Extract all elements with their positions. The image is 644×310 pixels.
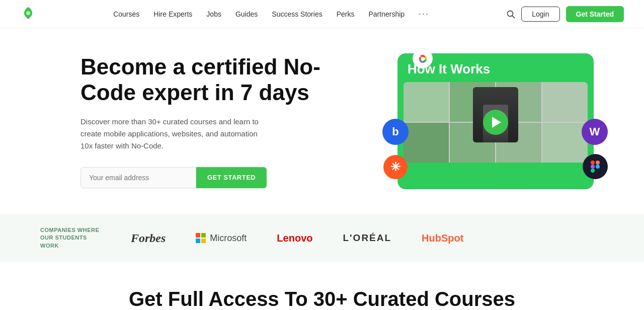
microsoft-text: Microsoft	[210, 233, 247, 244]
nav-courses[interactable]: Courses	[113, 10, 139, 18]
nav-jobs[interactable]: Jobs	[206, 10, 221, 18]
get-started-nav-button[interactable]: Get Started	[566, 6, 624, 22]
navbar: Courses Hire Experts Jobs Guides Success…	[0, 0, 644, 28]
search-button[interactable]	[506, 10, 515, 19]
svg-point-0	[26, 11, 30, 15]
svg-rect-6	[596, 165, 600, 169]
svg-rect-4	[596, 161, 600, 165]
play-icon	[492, 117, 501, 128]
hero-section: Become a certified No-Code expert in 7 d…	[0, 28, 644, 214]
brand-logo[interactable]	[20, 5, 36, 23]
bubble-figma-icon	[583, 154, 608, 179]
company-logos: Forbes Microsoft Lenovo L'ORÉAL HubSpot	[131, 231, 604, 245]
forbes-logo: Forbes	[131, 231, 166, 245]
microsoft-logo: Microsoft	[196, 233, 247, 244]
loreal-logo: L'ORÉAL	[343, 232, 391, 244]
svg-rect-3	[591, 161, 595, 165]
courses-section-title: Get Full Access To 30+ Curated Courses	[40, 287, 604, 310]
bubble-asterisk-icon: ✳	[383, 155, 408, 179]
hero-video-area: How It Works	[397, 53, 594, 189]
nav-links: Courses Hire Experts Jobs Guides Success…	[113, 9, 429, 19]
bubble-google-icon	[413, 48, 433, 68]
nav-perks[interactable]: Perks	[337, 10, 355, 18]
hero-subtitle: Discover more than 30+ curated courses a…	[80, 116, 267, 152]
hubspot-logo: HubSpot	[422, 232, 463, 244]
nav-partnership[interactable]: Partnership	[368, 10, 405, 18]
video-card[interactable]: How It Works	[397, 53, 594, 189]
companies-bar: COMPANIES WHERE OUR STUDENTS WORK Forbes…	[0, 214, 644, 262]
video-cell-5	[404, 123, 449, 163]
video-cell-1	[404, 82, 449, 122]
nav-success-stories[interactable]: Success Stories	[272, 10, 322, 18]
hero-form: GET STARTED	[80, 167, 322, 188]
email-input[interactable]	[80, 167, 196, 188]
nav-hire-experts[interactable]: Hire Experts	[153, 10, 192, 18]
hero-left: Become a certified No-Code expert in 7 d…	[80, 54, 322, 188]
search-icon	[506, 10, 515, 19]
nav-actions: Login Get Started	[506, 6, 624, 22]
bubble-w-icon: W	[582, 119, 608, 145]
svg-rect-5	[591, 165, 595, 169]
login-button[interactable]: Login	[521, 7, 559, 22]
hero-cta-button[interactable]: GET STARTED	[196, 167, 267, 188]
video-cell-4	[542, 82, 588, 122]
courses-section: Get Full Access To 30+ Curated Courses	[0, 262, 644, 310]
play-button[interactable]	[483, 110, 508, 135]
video-cell-8	[542, 123, 588, 163]
nav-more-button[interactable]: ···	[419, 9, 429, 19]
svg-rect-7	[591, 169, 595, 173]
nav-guides[interactable]: Guides	[235, 10, 258, 18]
companies-label: COMPANIES WHERE OUR STUDENTS WORK	[40, 226, 101, 250]
hero-title: Become a certified No-Code expert in 7 d…	[80, 54, 322, 105]
svg-point-1	[508, 11, 513, 16]
lenovo-logo: Lenovo	[277, 232, 312, 244]
microsoft-grid-icon	[196, 233, 206, 243]
svg-line-2	[513, 16, 515, 18]
bubble-b-icon: b	[382, 119, 409, 145]
video-screen	[404, 82, 588, 163]
